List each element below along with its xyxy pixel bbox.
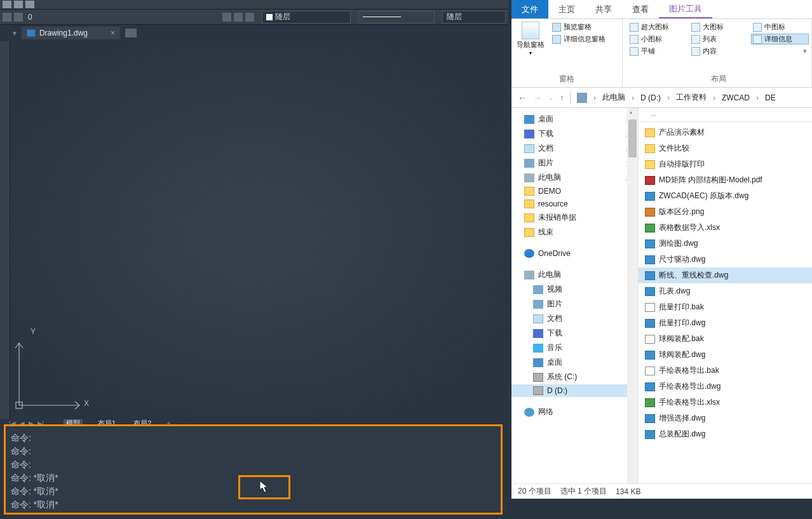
nav-back[interactable]: ← bbox=[518, 93, 527, 103]
files-list[interactable]: 产品演示素材文件比较自动排版打印MD矩阵 内部结构图-Model.pdfZWCA… bbox=[639, 122, 812, 483]
color-swatch bbox=[266, 14, 273, 20]
tree-item-label: 桌面 bbox=[538, 114, 553, 125]
tree-onedrive[interactable]: OneDrive bbox=[511, 247, 638, 260]
layout-details[interactable]: 详细信息 bbox=[751, 34, 809, 44]
tree-item-label: 线束 bbox=[538, 227, 553, 238]
tree-item-icon bbox=[524, 115, 534, 124]
file-row[interactable]: 孔表.dwg bbox=[639, 283, 812, 299]
tree-item[interactable]: 文档 bbox=[511, 311, 638, 326]
explorer-status-bar: 20 个项目 选中 1 个项目 134 KB bbox=[511, 483, 812, 499]
file-row[interactable]: 表格数据导入.xlsx bbox=[639, 220, 812, 236]
tree-network[interactable]: 网络 bbox=[511, 405, 638, 419]
file-icon bbox=[645, 287, 655, 296]
file-row[interactable]: 批量打印.dwg bbox=[639, 315, 812, 331]
layout-xl-icons[interactable]: 超大图标 bbox=[628, 22, 686, 32]
command-panel[interactable]: 命令: 命令: 命令: 命令: *取消* 命令: *取消* 命令: *取消* bbox=[4, 424, 503, 515]
toolbar-icon[interactable] bbox=[25, 1, 34, 8]
tree-item[interactable]: 未报销单据 bbox=[511, 210, 638, 225]
file-row[interactable]: 批量打印.bak bbox=[639, 299, 812, 315]
file-row[interactable]: 手绘表格导出.xlsx bbox=[639, 394, 812, 410]
nav-pane-button[interactable]: 导航窗格 ▾ bbox=[517, 22, 545, 56]
file-row[interactable]: 手绘表格导出.bak bbox=[639, 363, 812, 379]
layout-s-icons[interactable]: 小图标 bbox=[628, 34, 686, 44]
tab-picture-tools[interactable]: 图片工具 bbox=[659, 0, 712, 18]
breadcrumb[interactable]: 工作资料 bbox=[676, 92, 707, 103]
tree-item[interactable]: resource bbox=[511, 198, 638, 210]
file-row[interactable]: 尺寸驱动.dwg bbox=[639, 252, 812, 267]
file-row[interactable]: 文件比较 bbox=[639, 140, 812, 156]
breadcrumb[interactable]: DE bbox=[765, 93, 776, 102]
preview-pane-button[interactable]: 预览窗格 bbox=[551, 22, 607, 32]
file-row[interactable]: 球阀装配.bak bbox=[639, 331, 812, 347]
tree-item[interactable]: 系统 (C:) bbox=[511, 370, 638, 384]
layer-icon[interactable] bbox=[3, 13, 11, 22]
tree-item[interactable]: 视频 bbox=[511, 282, 638, 297]
tree-item[interactable]: DEMO bbox=[511, 185, 638, 198]
tree-item[interactable]: 下载 bbox=[511, 326, 638, 340]
file-row[interactable]: 产品演示素材 bbox=[639, 125, 812, 140]
cad-tab-drawing1[interactable]: Drawing1.dwg × bbox=[22, 27, 120, 39]
file-row[interactable]: 增强选择.dwg bbox=[639, 410, 812, 426]
cmd-line: 命令: bbox=[11, 445, 496, 458]
layer-dropdown[interactable]: 随层 bbox=[262, 11, 351, 24]
file-row[interactable]: ZWCAD(AEC) 原版本.dwg bbox=[639, 188, 812, 204]
layout-list[interactable]: 列表 bbox=[689, 34, 747, 44]
tab-share[interactable]: 共享 bbox=[585, 0, 622, 18]
file-row[interactable]: 版本区分.png bbox=[639, 204, 812, 220]
tree-item[interactable]: 图片 bbox=[511, 297, 638, 311]
layout-l-icons[interactable]: 大图标 bbox=[689, 22, 747, 32]
layout-content[interactable]: 内容 bbox=[689, 46, 747, 57]
lineweight-dropdown[interactable] bbox=[358, 11, 435, 24]
details-pane-button[interactable]: 详细信息窗格 bbox=[551, 34, 607, 44]
breadcrumb[interactable]: 此电脑 bbox=[602, 92, 625, 103]
scrollbar-thumb[interactable] bbox=[628, 119, 637, 158]
nav-up[interactable]: ↑ bbox=[560, 93, 564, 102]
tab-file[interactable]: 文件 bbox=[511, 0, 548, 18]
tree-this-pc[interactable]: 此电脑 bbox=[511, 267, 638, 282]
file-row[interactable]: 断线、重线检查.dwg bbox=[639, 267, 812, 283]
print-icon[interactable] bbox=[245, 13, 254, 22]
toolbar-icon[interactable] bbox=[14, 1, 23, 8]
linetype-value: 随层 bbox=[447, 11, 462, 22]
layout-tiles[interactable]: 平铺 bbox=[628, 46, 686, 57]
tab-view[interactable]: 查看 bbox=[622, 0, 659, 18]
tab-home[interactable]: 主页 bbox=[548, 0, 585, 18]
layout-more[interactable]: ▾ bbox=[751, 46, 809, 56]
layer-icon[interactable] bbox=[14, 13, 23, 22]
close-icon[interactable]: × bbox=[111, 29, 115, 37]
linetype-dropdown[interactable]: 随层 bbox=[442, 11, 506, 24]
dwg-icon bbox=[27, 29, 36, 37]
tree-item[interactable]: 桌面📌 bbox=[511, 112, 638, 126]
scroll-up-icon[interactable]: ▴ bbox=[630, 109, 632, 115]
tree-item[interactable]: 图片📌 bbox=[511, 156, 638, 170]
tree-item[interactable]: 桌面 bbox=[511, 355, 638, 370]
files-header[interactable]: ︿ 名称 bbox=[639, 108, 812, 122]
status-count: 20 个项目 bbox=[518, 486, 551, 497]
tree-item[interactable]: 线束 bbox=[511, 225, 638, 239]
toolbar-icon[interactable] bbox=[3, 1, 11, 8]
print-icon[interactable] bbox=[234, 13, 243, 22]
nav-forward[interactable]: → bbox=[533, 93, 542, 103]
cad-viewport[interactable]: X Y bbox=[0, 41, 508, 419]
layout-m-icons[interactable]: 中图标 bbox=[751, 22, 809, 32]
tree-scrollbar[interactable]: ▴ bbox=[627, 108, 638, 483]
file-row[interactable]: 自动排版打印 bbox=[639, 156, 812, 172]
breadcrumb[interactable]: ZWCAD bbox=[722, 93, 750, 102]
file-row[interactable]: 手绘表格导出.dwg bbox=[639, 379, 812, 394]
tree-item[interactable]: 此电脑📌 bbox=[511, 170, 638, 185]
tab-dropdown-icon[interactable]: ▼ bbox=[11, 30, 18, 37]
print-icon[interactable] bbox=[222, 13, 231, 22]
file-row[interactable]: 总装配图.dwg bbox=[639, 426, 812, 442]
file-row[interactable]: 球阀装配.dwg bbox=[639, 347, 812, 363]
new-tab-button[interactable] bbox=[125, 29, 137, 37]
tree-item[interactable]: D (D:) bbox=[511, 384, 638, 397]
line-sample bbox=[363, 17, 401, 17]
file-row[interactable]: 测绘图.dwg bbox=[639, 236, 812, 252]
explorer-tree[interactable]: 桌面📌下载📌文档📌图片📌此电脑📌DEMOresource未报销单据线束 OneD… bbox=[511, 108, 639, 483]
tree-item[interactable]: 文档📌 bbox=[511, 141, 638, 156]
tree-item[interactable]: 下载📌 bbox=[511, 126, 638, 141]
file-row[interactable]: MD矩阵 内部结构图-Model.pdf bbox=[639, 172, 812, 188]
nav-history-chevron[interactable]: ⌄ bbox=[548, 94, 553, 101]
breadcrumb[interactable]: D (D:) bbox=[640, 93, 661, 102]
tree-item[interactable]: 音乐 bbox=[511, 340, 638, 355]
